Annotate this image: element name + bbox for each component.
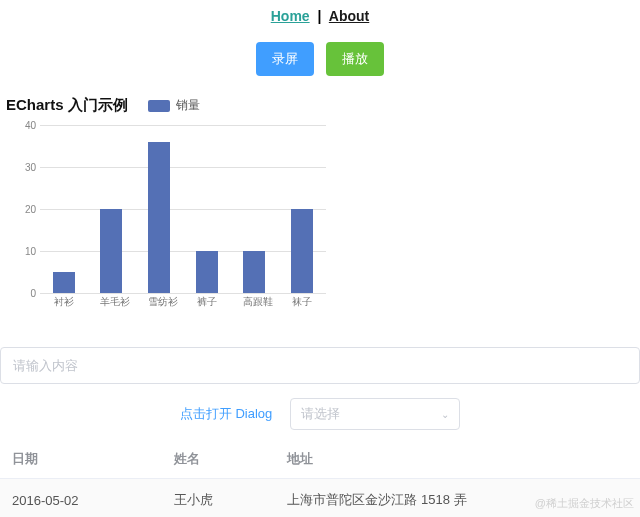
play-button[interactable]: 播放 [326,42,384,76]
bar [243,251,265,293]
th-date: 日期 [0,440,162,479]
y-tick-label: 30 [6,162,36,173]
y-tick-label: 20 [6,204,36,215]
watermark: @稀土掘金技术社区 [535,496,634,511]
select-placeholder: 请选择 [301,405,340,423]
select-dropdown[interactable]: 请选择 ⌄ [290,398,460,430]
grid-line [40,293,326,294]
legend-swatch [148,100,170,112]
y-tick-label: 10 [6,246,36,257]
chevron-down-icon: ⌄ [441,409,449,420]
bar [148,142,170,293]
x-tick-label: 袜子 [291,295,313,325]
th-addr: 地址 [275,440,640,479]
top-nav: Home | About [0,0,640,32]
th-name: 姓名 [162,440,275,479]
nav-about-link[interactable]: About [329,8,369,24]
open-dialog-link[interactable]: 点击打开 Dialog [180,405,272,423]
x-tick-label: 高跟鞋 [243,295,265,325]
y-tick-label: 0 [6,288,36,299]
dialog-row: 点击打开 Dialog 请选择 ⌄ [0,388,640,440]
y-tick-label: 40 [6,120,36,131]
chart-legend: 销量 [148,97,200,114]
x-tick-label: 羊毛衫 [100,295,122,325]
table-cell: 2016-05-02 [0,479,162,518]
x-tick-label: 裤子 [196,295,218,325]
bar-chart: 010203040 衬衫羊毛衫雪纺衫裤子高跟鞋袜子 [6,125,326,325]
bar [53,272,75,293]
action-buttons: 录屏 播放 [0,32,640,96]
content-input[interactable] [0,347,640,384]
x-tick-label: 衬衫 [53,295,75,325]
legend-label: 销量 [176,97,200,114]
chart-header: ECharts 入门示例 销量 [0,96,640,121]
x-tick-label: 雪纺衫 [148,295,170,325]
nav-separator: | [318,8,322,24]
bar [196,251,218,293]
record-button[interactable]: 录屏 [256,42,314,76]
bar [100,209,122,293]
nav-home-link[interactable]: Home [271,8,310,24]
table-cell: 王小虎 [162,479,275,518]
bar [291,209,313,293]
chart-title: ECharts 入门示例 [6,96,128,115]
